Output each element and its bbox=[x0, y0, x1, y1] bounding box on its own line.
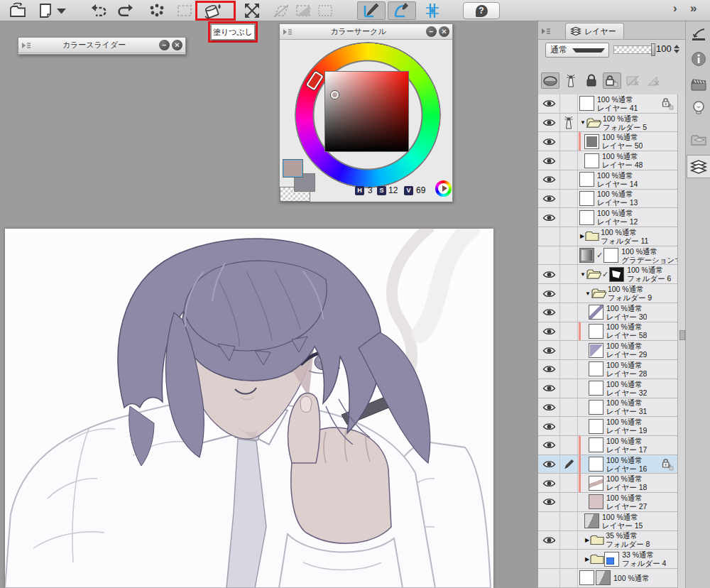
layer-thumbnail[interactable] bbox=[596, 570, 611, 585]
layer-extra-cell[interactable] bbox=[560, 455, 578, 474]
layer-extra-cell[interactable] bbox=[560, 531, 578, 550]
document-canvas[interactable] bbox=[5, 229, 493, 588]
layer-extra-cell[interactable] bbox=[560, 550, 578, 568]
layer-thumbnail[interactable] bbox=[579, 96, 594, 111]
new-document-button[interactable] bbox=[36, 1, 55, 20]
tab-stroke-landing[interactable] bbox=[687, 23, 710, 46]
gradient-map-thumbnail[interactable] bbox=[579, 248, 594, 263]
color-wheel-toggle-icon[interactable] bbox=[435, 180, 452, 197]
tab-layers[interactable]: レイヤー bbox=[565, 23, 624, 39]
layer-main-cell[interactable]: ▼✓100 %通常フォルダー 6 bbox=[578, 265, 677, 283]
panel-menu-icon[interactable] bbox=[283, 28, 293, 36]
lock-alpha-toggle[interactable] bbox=[603, 72, 621, 89]
scatter-tool-button[interactable] bbox=[145, 1, 169, 20]
layer-main-cell[interactable]: 100 %通常レイヤー 15 bbox=[578, 512, 677, 530]
layer-row[interactable]: 100 %通常レイヤー 32 bbox=[538, 379, 677, 398]
layer-main-cell[interactable]: 100 %通常レイヤー 58 bbox=[578, 322, 677, 341]
color-circle-header[interactable]: カラーサークル − ✕ bbox=[280, 24, 452, 40]
layer-row[interactable]: ▶33 %通常フォルダー 4 bbox=[538, 550, 677, 569]
layer-thumbnail[interactable] bbox=[579, 172, 594, 187]
layer-thumbnail[interactable] bbox=[579, 210, 594, 225]
layer-row[interactable]: 100 %通常 bbox=[538, 569, 677, 588]
layer-row[interactable]: 100 %通常レイヤー 14 bbox=[538, 170, 677, 190]
layer-thumbnail[interactable] bbox=[589, 361, 604, 376]
selection-dotted-button[interactable] bbox=[315, 1, 335, 20]
scrollbar-handle[interactable] bbox=[679, 330, 685, 340]
layer-main-cell[interactable]: 100 %通常レイヤー 19 bbox=[578, 417, 677, 435]
layer-extra-cell[interactable] bbox=[560, 246, 578, 265]
layer-thumbnail[interactable] bbox=[589, 324, 604, 339]
layer-visibility-toggle[interactable] bbox=[538, 341, 560, 359]
layer-main-cell[interactable]: ▼100 %通常フォルダー 5 bbox=[578, 114, 677, 132]
curve-tool-button[interactable] bbox=[388, 1, 416, 20]
layer-visibility-toggle[interactable] bbox=[538, 398, 560, 417]
transform-tool-button[interactable] bbox=[240, 1, 264, 20]
document-dropdown[interactable] bbox=[54, 1, 68, 20]
layer-visibility-toggle[interactable] bbox=[538, 190, 560, 208]
layer-extra-cell[interactable] bbox=[560, 417, 578, 435]
layer-main-cell[interactable]: 100 %通常レイヤー 27 bbox=[578, 493, 677, 511]
layer-visibility-toggle[interactable] bbox=[538, 170, 560, 189]
panel-menu-icon[interactable] bbox=[21, 42, 31, 49]
layer-main-cell[interactable]: ▶35 %通常フォルダー 8 bbox=[578, 531, 677, 550]
layer-visibility-toggle[interactable] bbox=[538, 512, 560, 530]
layer-row[interactable]: 100 %通常レイヤー 27 bbox=[538, 493, 677, 512]
layer-thumbnail[interactable] bbox=[579, 570, 594, 585]
undo-button[interactable] bbox=[87, 1, 111, 20]
layer-main-cell[interactable]: 100 %通常レイヤー 17 bbox=[578, 436, 677, 454]
collapse-all-panels-icon[interactable]: » bbox=[690, 1, 697, 16]
layer-thumbnail[interactable] bbox=[589, 494, 604, 509]
layer-main-cell[interactable]: 100 %通常 bbox=[578, 569, 677, 587]
layer-row[interactable]: 100 %通常レイヤー 58 bbox=[538, 322, 677, 342]
layer-main-cell[interactable]: 100 %通常レイヤー 30 bbox=[578, 303, 677, 322]
layer-extra-cell[interactable] bbox=[560, 493, 578, 511]
layer-thumbnail[interactable] bbox=[604, 552, 619, 567]
opacity-slider-handle[interactable] bbox=[651, 43, 655, 56]
foreground-swatch[interactable] bbox=[283, 160, 302, 177]
layer-visibility-toggle[interactable] bbox=[538, 132, 560, 151]
layer-visibility-toggle[interactable] bbox=[538, 569, 560, 587]
layer-extra-cell[interactable] bbox=[560, 512, 578, 530]
layer-extra-cell[interactable] bbox=[560, 208, 578, 227]
layer-extra-cell[interactable] bbox=[560, 94, 578, 113]
close-icon[interactable]: ✕ bbox=[439, 26, 449, 37]
layer-thumbnail[interactable] bbox=[589, 419, 604, 434]
expand-arrow-icon[interactable]: ▶ bbox=[585, 556, 589, 562]
layer-row[interactable]: 100 %通常レイヤー 12 bbox=[538, 208, 677, 227]
layer-thumbnail[interactable] bbox=[589, 457, 604, 472]
layer-main-cell[interactable]: 100 %通常レイヤー 18 bbox=[578, 474, 677, 492]
layer-visibility-toggle[interactable] bbox=[538, 455, 560, 474]
layer-thumbnail[interactable] bbox=[584, 134, 599, 149]
snap-tool-button[interactable] bbox=[420, 1, 444, 20]
layer-main-cell[interactable]: ▶33 %通常フォルダー 4 bbox=[578, 550, 677, 568]
hue-marker[interactable] bbox=[306, 71, 324, 91]
tab-layer-property[interactable] bbox=[687, 97, 710, 120]
layer-extra-cell[interactable] bbox=[560, 379, 578, 398]
layer-main-cell[interactable]: 100 %通常レイヤー 50 bbox=[578, 132, 677, 151]
layer-extra-cell[interactable] bbox=[560, 190, 578, 208]
layer-visibility-toggle[interactable] bbox=[538, 531, 560, 550]
layer-extra-cell[interactable] bbox=[560, 360, 578, 379]
layer-extra-cell[interactable] bbox=[560, 569, 578, 587]
layer-visibility-toggle[interactable] bbox=[538, 151, 560, 170]
layer-visibility-toggle[interactable] bbox=[538, 493, 560, 511]
layer-visibility-toggle[interactable] bbox=[538, 550, 560, 568]
collapse-panel-icon[interactable]: › bbox=[673, 1, 677, 16]
layer-row[interactable]: ▶100 %通常フォルダー 11 bbox=[538, 227, 677, 246]
layer-main-cell[interactable]: 100 %通常レイヤー 12 bbox=[578, 208, 677, 227]
layer-extra-cell[interactable] bbox=[560, 398, 578, 417]
sv-marker[interactable] bbox=[331, 91, 339, 99]
layer-extra-cell[interactable] bbox=[560, 170, 578, 189]
layer-extra-cell[interactable] bbox=[560, 303, 578, 322]
selection-half-button[interactable] bbox=[293, 1, 313, 20]
layer-visibility-toggle[interactable] bbox=[538, 379, 560, 398]
layer-extra-cell[interactable] bbox=[560, 341, 578, 359]
layer-main-cell[interactable]: 100 %通常レイヤー 41 bbox=[578, 94, 677, 113]
layer-row[interactable]: 100 %通常レイヤー 19 bbox=[538, 417, 677, 436]
layer-visibility-toggle[interactable] bbox=[538, 114, 560, 132]
layer-thumbnail[interactable] bbox=[589, 476, 604, 491]
tab-info[interactable] bbox=[687, 47, 710, 70]
layer-thumbnail[interactable] bbox=[589, 400, 604, 415]
close-icon[interactable]: ✕ bbox=[172, 40, 182, 50]
layer-thumbnail[interactable] bbox=[589, 305, 604, 320]
